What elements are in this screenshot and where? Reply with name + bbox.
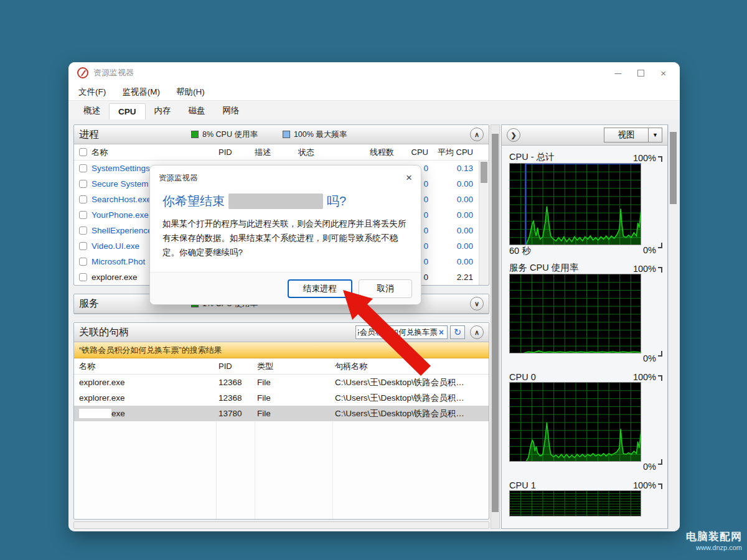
row-checkbox[interactable] [79, 242, 87, 250]
cancel-button[interactable]: 取消 [359, 279, 412, 298]
handles-section: 关联的句柄 铁路会员积分如何兑换车票 × ↻ ∧ “铁路会员积分如何兑换车票”的… [73, 322, 489, 520]
menu-file[interactable]: 文件(F) [78, 86, 106, 98]
graph-cpu_total: CPU - 总计100%60 秒0% [509, 149, 664, 259]
col-cpu[interactable]: CPU [397, 147, 431, 157]
graph-canvas-cpu_total [509, 163, 641, 245]
handle-search-box[interactable]: 铁路会员积分如何兑换车票 × [355, 325, 448, 339]
graph-min-label: 0% [643, 353, 656, 363]
end-process-dialog: 资源监视器 × 你希望结束 吗? 如果某个打开的程序与此进程关联，则会关闭此程序… [149, 165, 421, 305]
col-status[interactable]: ˆ状态 [296, 147, 347, 158]
tab-cpu[interactable]: CPU [109, 103, 146, 119]
graphs-toolbar: ❯ 视图 ▼ [502, 125, 667, 146]
graph-cpu_1: CPU 1100% [509, 477, 664, 516]
handles-table-body: explorer.exe12368FileC:\Users\王\Desktop\… [74, 375, 489, 421]
tab-network[interactable]: 网络 [214, 102, 248, 119]
handle-process-name: explorer.exe [74, 393, 216, 403]
graph-title: CPU 1 [509, 480, 536, 490]
watermark-url: www.dnzp.com [686, 544, 742, 551]
handle-path: C:\Users\王\Desktop\铁路会员积… [332, 408, 489, 419]
handle-row[interactable]: explorer.exe12368FileC:\Users\王\Desktop\… [74, 375, 489, 390]
process-name: SearchHost.exe [92, 195, 151, 204]
cpu-usage-label: 8% CPU 使用率 [202, 129, 258, 140]
col-desc[interactable]: 描述 [252, 147, 296, 158]
hcol-pid[interactable]: PID [216, 362, 255, 371]
refresh-search-icon[interactable]: ↻ [450, 325, 465, 339]
search-results-banner: “铁路会员积分如何兑换车票”的搜索结果 [74, 342, 489, 358]
row-checkbox[interactable] [79, 226, 87, 235]
process-avg-cpu: 0.00 [431, 210, 476, 220]
process-avg-cpu: 0.00 [431, 226, 476, 235]
graphs-pane: ❯ 视图 ▼ CPU - 总计100%60 秒0%服务 CPU 使用率100%0… [501, 124, 668, 529]
tab-overview[interactable]: 概述 [75, 102, 109, 119]
expand-pane-icon[interactable]: ❯ [507, 128, 520, 142]
collapse-process-icon[interactable]: ∧ [470, 128, 484, 141]
col-pid[interactable]: PID [216, 147, 252, 157]
maximize-button[interactable] [637, 70, 644, 77]
handle-search-value[interactable]: 铁路会员积分如何兑换车票 [358, 327, 438, 338]
horizontal-scrollbar[interactable] [73, 521, 489, 529]
hcol-handle[interactable]: 句柄名称 [332, 361, 489, 372]
dialog-title: 资源监视器 [159, 173, 198, 184]
graph-canvas-services_cpu [509, 274, 641, 353]
handle-path: C:\Users\王\Desktop\铁路会员积… [332, 393, 489, 404]
minimize-button[interactable]: ─ [615, 68, 622, 78]
views-dropdown-icon[interactable]: ▼ [649, 128, 662, 142]
watermark: 电脑装配网 www.dnzp.com [686, 530, 742, 551]
tab-memory[interactable]: 内存 [146, 102, 180, 119]
process-section-header[interactable]: 进程 8% CPU 使用率 100% 最大频率 ∧ [74, 125, 489, 144]
row-checkbox[interactable] [79, 258, 87, 266]
process-avg-cpu: 0.00 [431, 241, 476, 251]
row-checkbox[interactable] [79, 164, 87, 172]
menu-help[interactable]: 帮助(H) [176, 86, 205, 98]
process-name: Video.UI.exe [92, 241, 139, 251]
handle-type: File [255, 409, 332, 418]
menubar: 文件(F) 监视器(M) 帮助(H) [68, 83, 680, 101]
row-checkbox[interactable] [79, 211, 87, 219]
cpu-usage-indicator-icon [191, 131, 199, 138]
graph-canvas-cpu_0 [509, 382, 641, 462]
dialog-close-icon[interactable]: × [406, 172, 412, 184]
handle-row[interactable]: explorer.exe12368FileC:\Users\王\Desktop\… [74, 390, 489, 406]
graph-max-label: 100% [633, 372, 656, 382]
col-threads[interactable]: 线程数 [347, 147, 397, 158]
handle-path: C:\Users\王\Desktop\铁路会员积… [332, 377, 489, 388]
graph-services_cpu: 服务 CPU 使用率100%0% [509, 260, 664, 367]
handle-process-name: explorer.exe [74, 378, 216, 387]
graphs-scrollbar[interactable] [668, 124, 677, 529]
handle-pid: 13780 [216, 409, 255, 418]
watermark-site-name: 电脑装配网 [686, 530, 742, 544]
graph-min-label: 0% [643, 245, 656, 255]
row-checkbox[interactable] [79, 195, 87, 203]
end-process-button[interactable]: 结束进程 [288, 279, 352, 298]
row-checkbox[interactable] [79, 180, 87, 188]
views-button-label[interactable]: 视图 [604, 128, 649, 142]
graph-max-label: 100% [633, 480, 656, 490]
process-scrollbar[interactable] [479, 161, 488, 285]
handle-row[interactable]: exe13780FileC:\Users\王\Desktop\铁路会员积… [74, 406, 489, 421]
dialog-body-text: 如果某个打开的程序与此进程关联，则会关闭此程序并且将丢失所有未保存的数据。如果结… [150, 210, 421, 260]
collapse-handles-icon[interactable]: ∧ [470, 325, 484, 339]
handles-section-header[interactable]: 关联的句柄 铁路会员积分如何兑换车票 × ↻ ∧ [74, 323, 489, 342]
graph-title: CPU - 总计 [509, 151, 555, 163]
menu-monitor[interactable]: 监视器(M) [122, 86, 160, 98]
hcol-type[interactable]: 类型 [255, 361, 332, 372]
expand-services-icon[interactable]: ∨ [470, 297, 484, 310]
row-checkbox[interactable] [79, 273, 87, 281]
clear-search-icon[interactable]: × [438, 327, 445, 337]
select-all-checkbox[interactable] [79, 148, 87, 156]
process-avg-cpu: 0.00 [431, 257, 476, 266]
process-name: SystemSettings [92, 164, 150, 173]
graph-canvas-cpu_1 [509, 490, 641, 516]
handle-process-name: exe [74, 409, 216, 419]
views-button[interactable]: 视图 ▼ [604, 128, 662, 142]
col-name[interactable]: 名称 [92, 147, 108, 158]
process-name: YourPhone.exe [92, 210, 149, 220]
left-pane-scrollbar[interactable] [491, 124, 500, 529]
tab-disk[interactable]: 磁盘 [180, 102, 214, 119]
process-name: Secure System [92, 179, 149, 189]
close-button[interactable]: × [660, 68, 666, 78]
graph-min-label: 0% [643, 462, 656, 472]
col-avg-cpu[interactable]: 平均 CPU [431, 147, 476, 158]
hcol-name[interactable]: ˆ名称 [74, 361, 216, 372]
process-section-title: 进程 [79, 128, 191, 141]
